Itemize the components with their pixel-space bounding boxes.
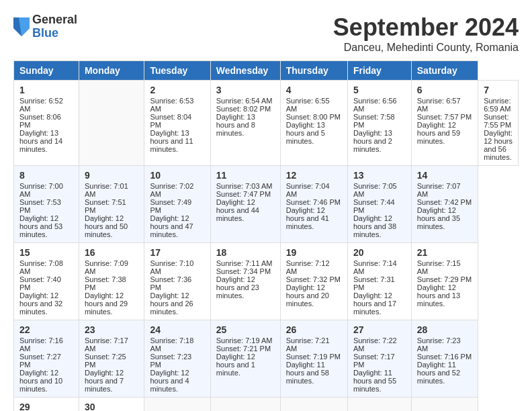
calendar-table: Sunday Monday Tuesday Wednesday Thursday… bbox=[13, 60, 519, 411]
daylight-text: Daylight: 13 hours and 14 minutes. bbox=[19, 129, 62, 153]
daylight-text: Daylight: 12 hours and 44 minutes. bbox=[216, 198, 259, 222]
sunrise-text: Sunrise: 7:19 AM bbox=[216, 336, 273, 345]
table-row: 30 Sunrise: 7:25 AM Sunset: 7:12 PM Dayl… bbox=[79, 398, 144, 412]
daylight-text: Daylight: 12 hours and 13 minutes. bbox=[417, 283, 460, 308]
table-row: 10 Sunrise: 7:02 AM Sunset: 7:49 PM Dayl… bbox=[144, 166, 210, 243]
day-number: 28 bbox=[417, 324, 472, 335]
daylight-text: Daylight: 12 hours and 4 minutes. bbox=[150, 369, 189, 393]
header-row: Sunday Monday Tuesday Wednesday Thursday… bbox=[14, 61, 519, 81]
day-number: 26 bbox=[286, 324, 342, 335]
sunrise-text: Sunrise: 6:57 AM bbox=[417, 97, 461, 113]
logo: General Blue bbox=[13, 13, 77, 40]
table-row: 22 Sunrise: 7:16 AM Sunset: 7:27 PM Dayl… bbox=[14, 320, 79, 398]
day-number: 2 bbox=[150, 85, 204, 95]
table-row bbox=[79, 81, 144, 166]
day-number: 3 bbox=[216, 85, 275, 95]
table-row: 7 Sunrise: 6:59 AM Sunset: 7:55 PM Dayli… bbox=[478, 81, 519, 166]
sunrise-text: Sunrise: 7:01 AM bbox=[85, 182, 128, 198]
day-number: 13 bbox=[353, 170, 406, 181]
sunset-text: Sunset: 7:25 PM bbox=[85, 353, 126, 369]
daylight-text: Daylight: 12 hours and 50 minutes. bbox=[85, 214, 128, 238]
sunset-text: Sunset: 7:44 PM bbox=[353, 198, 395, 214]
sunrise-text: Sunrise: 7:21 AM bbox=[286, 336, 330, 353]
location-title: Danceu, Mehedinti County, Romania bbox=[333, 42, 519, 54]
title-area: September 2024 Danceu, Mehedinti County,… bbox=[333, 13, 519, 54]
sunrise-text: Sunrise: 7:18 AM bbox=[150, 336, 193, 353]
daylight-text: Daylight: 11 hours and 55 minutes. bbox=[353, 369, 396, 393]
sunrise-text: Sunrise: 7:22 AM bbox=[353, 336, 397, 353]
table-row: 28 Sunrise: 7:23 AM Sunset: 7:16 PM Dayl… bbox=[411, 320, 478, 398]
sunset-text: Sunset: 7:32 PM bbox=[286, 275, 341, 283]
col-friday: Friday bbox=[347, 61, 411, 81]
sunset-text: Sunset: 7:31 PM bbox=[353, 275, 395, 291]
sunrise-text: Sunrise: 7:04 AM bbox=[286, 182, 330, 198]
sunset-text: Sunset: 8:02 PM bbox=[216, 105, 271, 113]
day-number: 19 bbox=[286, 247, 342, 258]
daylight-text: Daylight: 12 hours and 32 minutes. bbox=[19, 291, 62, 316]
sunset-text: Sunset: 7:23 PM bbox=[150, 353, 191, 369]
sunrise-text: Sunrise: 6:55 AM bbox=[286, 97, 330, 113]
table-row bbox=[144, 398, 210, 412]
table-row bbox=[411, 398, 478, 412]
daylight-text: Daylight: 12 hours and 41 minutes. bbox=[286, 206, 329, 230]
daylight-text: Daylight: 12 hours and 17 minutes. bbox=[353, 291, 396, 316]
sunset-text: Sunset: 7:17 PM bbox=[353, 353, 395, 369]
sunrise-text: Sunrise: 7:05 AM bbox=[353, 182, 397, 198]
table-row: 1 Sunrise: 6:52 AM Sunset: 8:06 PM Dayli… bbox=[14, 81, 79, 166]
table-row: 5 Sunrise: 6:56 AM Sunset: 7:58 PM Dayli… bbox=[347, 81, 411, 166]
sunset-text: Sunset: 8:00 PM bbox=[286, 113, 341, 121]
daylight-text: Daylight: 12 hours and 53 minutes. bbox=[19, 214, 62, 238]
day-number: 10 bbox=[150, 170, 204, 181]
daylight-text: Daylight: 11 hours and 58 minutes. bbox=[286, 361, 329, 385]
sunset-text: Sunset: 7:21 PM bbox=[216, 345, 271, 353]
daylight-text: Daylight: 11 hours and 52 minutes. bbox=[417, 361, 460, 385]
table-row: 20 Sunrise: 7:14 AM Sunset: 7:31 PM Dayl… bbox=[347, 243, 411, 320]
sunrise-text: Sunrise: 7:09 AM bbox=[85, 259, 128, 275]
table-row: 29 Sunrise: 7:24 AM Sunset: 7:14 PM Dayl… bbox=[14, 398, 79, 412]
sunrise-text: Sunrise: 7:07 AM bbox=[417, 182, 461, 198]
sunrise-text: Sunrise: 6:53 AM bbox=[150, 97, 193, 113]
sunrise-text: Sunrise: 7:03 AM bbox=[216, 182, 273, 190]
table-row bbox=[347, 398, 411, 412]
table-row: 19 Sunrise: 7:12 AM Sunset: 7:32 PM Dayl… bbox=[280, 243, 347, 320]
logo-text: General Blue bbox=[32, 13, 77, 40]
table-row: 17 Sunrise: 7:10 AM Sunset: 7:36 PM Dayl… bbox=[144, 243, 210, 320]
table-row: 15 Sunrise: 7:08 AM Sunset: 7:40 PM Dayl… bbox=[14, 243, 79, 320]
day-number: 4 bbox=[286, 85, 342, 95]
day-number: 29 bbox=[19, 402, 73, 411]
sunrise-text: Sunrise: 7:16 AM bbox=[19, 336, 63, 353]
logo-general-text: General bbox=[32, 13, 77, 27]
daylight-text: Daylight: 13 hours and 8 minutes. bbox=[216, 113, 255, 137]
day-number: 8 bbox=[19, 170, 73, 181]
day-number: 9 bbox=[85, 170, 139, 181]
col-sunday: Sunday bbox=[14, 61, 79, 81]
daylight-text: Daylight: 12 hours and 56 minutes. bbox=[484, 129, 513, 161]
daylight-text: Daylight: 12 hours and 35 minutes. bbox=[417, 206, 460, 230]
day-number: 7 bbox=[484, 85, 513, 95]
day-number: 16 bbox=[85, 247, 139, 258]
sunrise-text: Sunrise: 6:54 AM bbox=[216, 97, 273, 105]
sunrise-text: Sunrise: 7:08 AM bbox=[19, 259, 63, 275]
sunset-text: Sunset: 7:36 PM bbox=[150, 275, 191, 291]
table-row bbox=[210, 398, 280, 412]
month-title: September 2024 bbox=[333, 13, 519, 42]
sunset-text: Sunset: 7:46 PM bbox=[286, 198, 341, 206]
table-row: 18 Sunrise: 7:11 AM Sunset: 7:34 PM Dayl… bbox=[210, 243, 280, 320]
day-number: 23 bbox=[85, 324, 139, 335]
daylight-text: Daylight: 12 hours and 47 minutes. bbox=[150, 214, 193, 238]
daylight-text: Daylight: 13 hours and 5 minutes. bbox=[286, 121, 325, 145]
sunrise-text: Sunrise: 6:56 AM bbox=[353, 97, 397, 113]
sunset-text: Sunset: 8:04 PM bbox=[150, 113, 191, 129]
sunset-text: Sunset: 7:57 PM bbox=[417, 113, 472, 121]
day-number: 22 bbox=[19, 324, 73, 335]
day-number: 25 bbox=[216, 324, 275, 335]
daylight-text: Daylight: 12 hours and 59 minutes. bbox=[417, 121, 460, 145]
sunset-text: Sunset: 7:55 PM bbox=[484, 113, 511, 129]
logo-icon bbox=[13, 17, 30, 36]
logo-blue-text: Blue bbox=[32, 27, 77, 40]
day-number: 20 bbox=[353, 247, 406, 258]
day-number: 30 bbox=[85, 402, 139, 411]
day-number: 15 bbox=[19, 247, 73, 258]
sunrise-text: Sunrise: 7:00 AM bbox=[19, 182, 63, 198]
daylight-text: Daylight: 12 hours and 29 minutes. bbox=[85, 291, 128, 316]
